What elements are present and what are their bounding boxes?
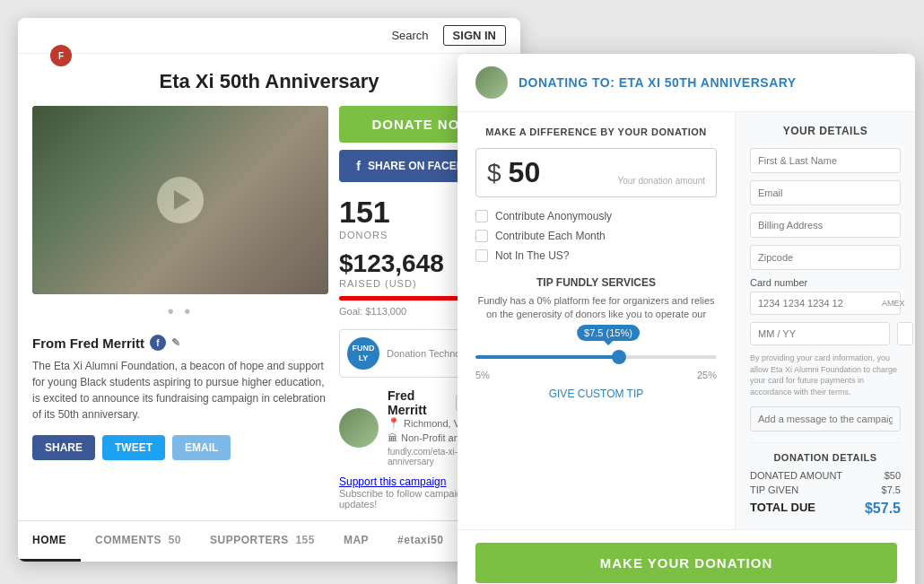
- tip-given-row: TIP GIVEN $7.5: [750, 484, 901, 495]
- tip-section: TIP FUNDLY SERVICES Fundly has a 0% plat…: [475, 276, 717, 400]
- tip-given-label: TIP GIVEN: [750, 484, 798, 495]
- email-button[interactable]: EMAIL: [172, 435, 231, 460]
- campaign-window: F Search SIGN IN Eta Xi 50th Anniversary…: [18, 18, 520, 562]
- card-terms: By providing your card information, you …: [750, 353, 901, 397]
- donation-modal: DONATING TO: ETA XI 50TH ANNIVERSARY MAK…: [458, 54, 915, 584]
- tab-comments[interactable]: COMMENTS 50: [81, 521, 196, 562]
- nav-links: Search SIGN IN: [391, 25, 506, 46]
- donation-details-title: DONATION DETAILS: [750, 452, 901, 463]
- first-last-input[interactable]: [750, 148, 901, 173]
- tip-given-value: $7.5: [882, 484, 901, 495]
- facebook-icon: f: [356, 159, 361, 173]
- tab-home[interactable]: HOME: [18, 521, 81, 562]
- your-details-title: YOUR DETAILS: [750, 125, 901, 137]
- billing-input[interactable]: [750, 213, 901, 238]
- tip-min: 5%: [475, 370, 490, 380]
- edit-icon[interactable]: ✎: [171, 336, 180, 349]
- tip-slider[interactable]: [475, 355, 717, 359]
- campaign-nav: F Search SIGN IN: [18, 18, 520, 54]
- card-input-row: AMEX: [750, 292, 901, 315]
- tab-map[interactable]: MAP: [329, 521, 383, 562]
- organizer-avatar: [339, 408, 379, 448]
- goal-text: Goal: $113,000: [339, 306, 406, 317]
- checkbox-anonymous: Contribute Anonymously: [475, 210, 717, 222]
- video-section: • • From Fred Merritt f ✎ The Eta Xi Alu…: [32, 106, 328, 510]
- donated-amount-value: $50: [885, 470, 901, 481]
- monthly-checkbox[interactable]: [475, 230, 488, 242]
- zip-input[interactable]: [750, 245, 901, 270]
- campaign-body: • • From Fred Merritt f ✎ The Eta Xi Alu…: [18, 106, 520, 520]
- modal-body: MAKE A DIFFERENCE BY YOUR DONATION $ 50 …: [458, 112, 915, 529]
- notus-checkbox[interactable]: [475, 249, 488, 262]
- tip-title: TIP FUNDLY SERVICES: [475, 276, 717, 289]
- modal-title: DONATING TO: ETA XI 50TH ANNIVERSARY: [519, 75, 797, 90]
- video-dots: • •: [32, 301, 328, 322]
- donation-details-section: DONATION DETAILS DONATED AMOUNT $50 TIP …: [750, 442, 901, 517]
- dollar-sign: $: [487, 159, 501, 187]
- tab-supporters[interactable]: SUPPORTERS 155: [196, 521, 329, 562]
- tip-slider-container: $7.5 (15%): [475, 346, 717, 362]
- amount-label: Your donation amount: [618, 176, 706, 186]
- tip-bubble: $7.5 (15%): [577, 325, 640, 341]
- amount-input-row: $ 50 Your donation amount: [475, 148, 717, 197]
- share-button[interactable]: SHARE: [32, 435, 95, 460]
- expiry-cvc-row: [750, 322, 901, 345]
- sign-in-button[interactable]: SIGN IN: [443, 25, 506, 46]
- from-section: From Fred Merritt f ✎ The Eta Xi Alumni …: [32, 335, 328, 423]
- total-amount: $57.5: [865, 501, 901, 517]
- modal-left-panel: MAKE A DIFFERENCE BY YOUR DONATION $ 50 …: [458, 112, 736, 529]
- email-input[interactable]: [750, 180, 901, 205]
- total-label: TOTAL DUE: [750, 501, 815, 517]
- video-bg: [32, 106, 328, 294]
- cvc-input[interactable]: [897, 322, 913, 345]
- modal-avatar: [475, 66, 508, 99]
- total-due-row: TOTAL DUE $57.5: [750, 501, 901, 517]
- modal-right-panel: YOUR DETAILS Card number AMEX By providi…: [736, 112, 915, 529]
- video-thumbnail[interactable]: [32, 106, 328, 294]
- from-text: The Eta Xi Alumni Foundation, a beacon o…: [32, 358, 328, 423]
- modal-footer: MAKE YOUR DONATION Secure donation proce…: [458, 529, 915, 584]
- card-label: Card number: [750, 277, 901, 288]
- search-link[interactable]: Search: [391, 29, 428, 42]
- donation-amount[interactable]: 50: [509, 156, 618, 189]
- make-donation-button[interactable]: MAKE YOUR DONATION: [475, 543, 897, 583]
- make-difference-title: MAKE A DIFFERENCE BY YOUR DONATION: [475, 126, 717, 137]
- checkbox-monthly: Contribute Each Month: [475, 230, 717, 242]
- donated-amount-row: DONATED AMOUNT $50: [750, 470, 901, 481]
- social-buttons: SHARE TWEET EMAIL: [32, 435, 328, 460]
- campaign-title: Eta Xi 50th Anniversary: [18, 54, 520, 106]
- organizer-name: Fred Merritt: [388, 388, 449, 417]
- custom-tip-link[interactable]: GIVE CUSTOM TIP: [475, 388, 717, 400]
- donated-amount-label: DONATED AMOUNT: [750, 470, 842, 481]
- message-input[interactable]: [750, 406, 901, 431]
- anonymous-checkbox[interactable]: [475, 210, 488, 222]
- tip-max: 25%: [697, 370, 717, 380]
- logo-icon: F: [50, 45, 72, 66]
- modal-header: DONATING TO: ETA XI 50TH ANNIVERSARY: [458, 54, 915, 112]
- card-number-input[interactable]: [758, 298, 882, 309]
- campaign-tabs: HOME COMMENTS 50 SUPPORTERS 155 MAP #eta…: [18, 520, 520, 562]
- from-title: From Fred Merritt f ✎: [32, 335, 328, 351]
- tip-range-labels: 5% 25%: [475, 370, 717, 380]
- fundly-logo: FUNDLY: [347, 337, 379, 370]
- support-campaign-link[interactable]: Support this campaign: [339, 475, 446, 488]
- expiry-input[interactable]: [750, 322, 890, 345]
- verified-badge-icon: f: [150, 335, 166, 351]
- tab-hashtag[interactable]: #etaxi50: [383, 521, 458, 562]
- card-brand-icons: AMEX: [882, 299, 905, 308]
- checkbox-notus: Not In The US?: [475, 249, 717, 262]
- tweet-button[interactable]: TWEET: [102, 435, 165, 460]
